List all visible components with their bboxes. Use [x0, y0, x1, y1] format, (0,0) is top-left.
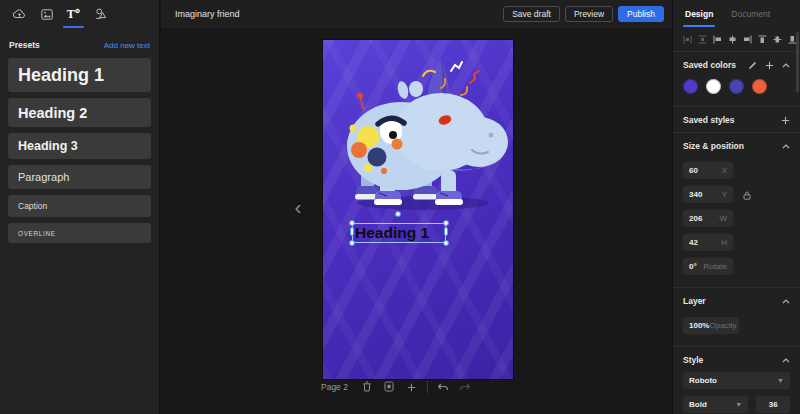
tab-design[interactable]: Design [685, 9, 713, 19]
font-family-select[interactable]: Roboto ▼ [683, 372, 790, 389]
canvas-area: ‹ [161, 28, 672, 414]
align-center-vertical-icon[interactable] [773, 34, 782, 44]
trash-icon [362, 378, 372, 396]
plus-icon [407, 378, 416, 396]
panel-scrollbar[interactable] [796, 32, 799, 92]
selected-text-element[interactable]: Heading 1 [352, 223, 446, 243]
saved-styles-section: Saved styles [673, 107, 800, 133]
text-tool-button[interactable]: T⚙ [60, 2, 87, 26]
resize-handle-bottom-right[interactable] [443, 240, 449, 246]
rotate-field[interactable]: 0°Rotate [683, 258, 733, 275]
canvas-heading-text[interactable]: Heading 1 [353, 224, 445, 242]
undo-icon [437, 378, 449, 396]
color-swatch-2[interactable] [706, 79, 721, 94]
add-style-icon[interactable] [781, 116, 790, 125]
style-section: Style Roboto ▼ Bold ▼ 36 1.1 0% [673, 347, 800, 414]
redo-button[interactable] [459, 380, 472, 393]
add-new-text-link[interactable]: Add new text [104, 41, 150, 50]
color-swatch-4[interactable] [752, 79, 767, 94]
right-panel: Design Document Saved colors [672, 0, 800, 414]
style-header: Style [683, 355, 703, 365]
resize-handle-right[interactable] [444, 227, 448, 236]
resize-handle-bottom-left[interactable] [349, 240, 355, 246]
rotate-handle[interactable] [395, 211, 401, 217]
collapse-size-icon[interactable] [782, 144, 790, 149]
opacity-field[interactable]: 100%Opacity [683, 317, 739, 334]
align-top-icon[interactable] [758, 34, 767, 44]
alignment-toolbar [673, 28, 800, 52]
layer-header: Layer [683, 296, 706, 306]
y-field[interactable]: 340Y [683, 186, 733, 203]
aspect-lock-icon[interactable] [743, 186, 751, 204]
save-draft-button[interactable]: Save draft [503, 6, 560, 22]
color-swatch-3[interactable] [729, 79, 744, 94]
preset-paragraph[interactable]: Paragraph [8, 165, 151, 189]
align-right-icon[interactable] [743, 34, 752, 44]
collapse-colors-icon[interactable] [782, 63, 790, 68]
chevron-down-icon: ▼ [735, 401, 742, 408]
preview-button[interactable]: Preview [565, 6, 613, 22]
preset-overline[interactable]: OVERLINE [8, 223, 151, 243]
page-toolbar: Page 2 [321, 380, 472, 393]
text-tool-icon: T⚙ [67, 7, 80, 22]
redo-icon [459, 378, 471, 396]
page-label: Page 2 [321, 382, 348, 392]
preset-caption[interactable]: Caption [8, 195, 151, 217]
document-title: Imaginary friend [175, 9, 240, 19]
resize-handle-top-right[interactable] [443, 220, 449, 226]
chevron-down-icon: ▼ [777, 377, 784, 384]
duplicate-icon [384, 378, 394, 396]
elements-icon [94, 8, 107, 20]
delete-page-button[interactable] [361, 380, 374, 393]
saved-colors-section: Saved colors [673, 52, 800, 107]
preset-heading-1[interactable]: Heading 1 [8, 58, 151, 92]
previous-page-arrow[interactable]: ‹ [289, 194, 307, 220]
preset-heading-3[interactable]: Heading 3 [8, 133, 151, 159]
distribute-vertical-icon[interactable] [698, 34, 707, 44]
add-color-icon[interactable] [765, 61, 774, 70]
align-center-horizontal-icon[interactable] [728, 34, 737, 44]
font-weight-select[interactable]: Bold ▼ [683, 396, 748, 413]
publish-button[interactable]: Publish [618, 6, 664, 22]
left-sidebar: T⚙ Presets Add new text Heading 1 Headin… [0, 0, 160, 414]
artboard[interactable]: Heading 1 [323, 40, 513, 379]
font-size-field[interactable]: 36 [756, 396, 790, 413]
elements-tool-button[interactable] [87, 2, 114, 26]
edit-colors-icon[interactable] [748, 61, 757, 70]
collapse-style-icon[interactable] [782, 358, 790, 363]
layer-section: Layer 100%Opacity [673, 288, 800, 347]
image-tool-button[interactable] [33, 2, 60, 26]
size-position-header: Size & position [683, 141, 744, 151]
saved-styles-header: Saved styles [683, 115, 735, 125]
saved-colors-header: Saved colors [683, 60, 736, 70]
tool-icon-bar: T⚙ [0, 0, 159, 28]
upload-tool-button[interactable] [6, 2, 33, 26]
add-page-button[interactable] [405, 380, 418, 393]
image-icon [41, 9, 53, 20]
rhino-illustration [323, 40, 513, 379]
align-left-icon[interactable] [713, 34, 722, 44]
presets-header: Presets [9, 40, 40, 50]
height-field[interactable]: 42H [683, 234, 733, 251]
resize-handle-top-left[interactable] [349, 220, 355, 226]
color-swatch-1[interactable] [683, 79, 698, 94]
preset-heading-2[interactable]: Heading 2 [8, 98, 151, 127]
width-field[interactable]: 206W [683, 210, 733, 227]
x-field[interactable]: 60X [683, 162, 733, 179]
distribute-horizontal-icon[interactable] [683, 34, 692, 44]
size-position-section: Size & position 60X 340Y 206W 42H 0°Rota… [673, 133, 800, 288]
undo-button[interactable] [437, 380, 450, 393]
resize-handle-left[interactable] [350, 227, 354, 236]
topbar: Imaginary friend Save draft Preview Publ… [161, 0, 672, 28]
collapse-layer-icon[interactable] [782, 299, 790, 304]
toolbar-divider [427, 381, 428, 393]
tab-document[interactable]: Document [731, 9, 770, 19]
cloud-upload-icon [13, 9, 26, 19]
duplicate-page-button[interactable] [383, 380, 396, 393]
